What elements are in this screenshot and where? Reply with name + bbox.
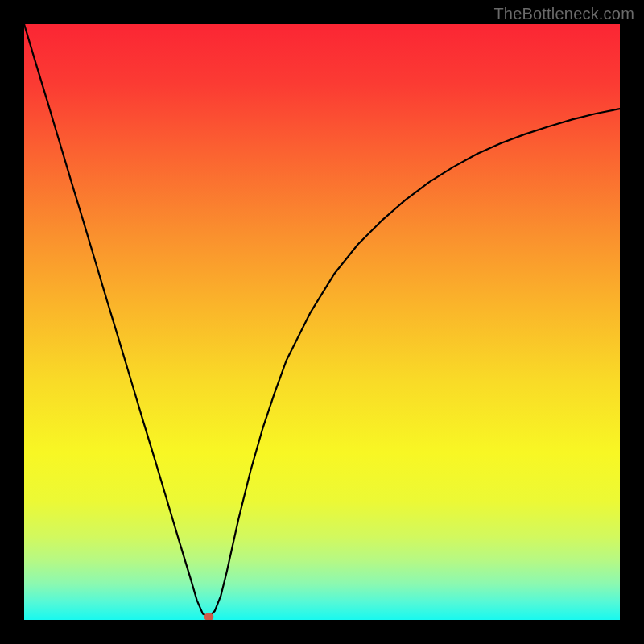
chart-frame: TheBottleneck.com [0,0,644,644]
watermark-text: TheBottleneck.com [493,5,634,23]
plot-svg [24,24,620,620]
plot-area [24,24,620,620]
